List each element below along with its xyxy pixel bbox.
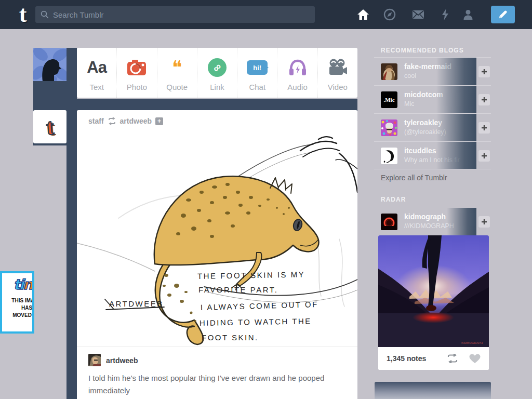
blog-avatar-tumblr[interactable]: t <box>33 110 66 143</box>
post-caption-text: I told him he's the most popular thing I… <box>88 372 338 397</box>
radar-blog-row[interactable]: kidmograph ///KIDMOGRAPH <box>374 208 491 236</box>
user-icon[interactable] <box>462 8 474 21</box>
quote-icon: ❝ <box>172 60 182 75</box>
dashboard-post: staff artdweeb + <box>77 110 357 399</box>
tinypic-moved-image[interactable]: tiny THIS IMAGE HAS MOVED OR <box>0 271 34 334</box>
tumblr-logo[interactable]: t <box>14 2 32 27</box>
blog-avatar: .Mic <box>381 91 397 108</box>
video-camera-icon <box>327 59 348 76</box>
post-type-text[interactable]: Aa Text <box>77 48 117 98</box>
drawing-caption-line: THE FOOT SKIN IS MY <box>197 270 305 281</box>
new-post-buttons: Aa Text Photo ❝ Quote ∞ Link hi <box>77 48 357 98</box>
chat-bubble-icon: hi! <box>247 60 268 75</box>
lightning-icon[interactable] <box>439 8 451 21</box>
source-blog-name[interactable]: artdweeb <box>120 117 152 125</box>
post-type-photo[interactable]: Photo <box>117 48 157 98</box>
blog-avatar-silhouette[interactable] <box>33 48 66 81</box>
caption-author-avatar[interactable] <box>88 354 101 366</box>
post-type-label: Chat <box>249 83 265 91</box>
post-type-chat[interactable]: hi! Chat <box>237 48 277 98</box>
compass-icon[interactable] <box>383 8 396 21</box>
text-icon: Aa <box>87 58 107 77</box>
plus-icon <box>481 153 487 159</box>
dashboard-background-strip <box>74 99 357 111</box>
tumblr-t-sticker: t <box>45 113 55 140</box>
plus-icon <box>481 125 487 131</box>
artist-signature: ARTDWEEB <box>109 299 164 308</box>
post-type-label: Audio <box>287 83 307 91</box>
follow-plus-icon[interactable]: + <box>155 117 163 125</box>
post-type-label: Link <box>210 83 224 91</box>
search-icon <box>41 10 49 19</box>
search-bar <box>35 6 315 23</box>
explore-tumblr-link[interactable]: Explore all of Tumblr <box>381 174 447 182</box>
post-type-label: Text <box>89 83 104 91</box>
row-fade-gradient <box>436 142 476 169</box>
reblogger-name[interactable]: staff <box>88 117 104 125</box>
mail-icon[interactable] <box>412 8 424 21</box>
radar-post-image[interactable]: KIDMOGRAPH <box>378 235 489 347</box>
ad-text-line: THIS IMAGE <box>2 297 34 304</box>
compose-post-button[interactable] <box>491 6 515 23</box>
post-type-audio[interactable]: Audio <box>277 48 317 98</box>
tumblr-dashboard: t <box>0 0 532 399</box>
row-fade-gradient <box>436 86 476 113</box>
caption-divider <box>77 347 357 347</box>
plus-icon <box>481 97 487 103</box>
recommended-blog-row[interactable]: .Mic micdotcom Mic <box>374 85 491 113</box>
blog-description: Mic <box>404 100 414 108</box>
follow-button[interactable] <box>478 216 490 228</box>
follow-button[interactable] <box>478 122 490 134</box>
blog-avatar <box>381 148 397 164</box>
search-input[interactable] <box>53 10 310 19</box>
post-type-link[interactable]: ∞ Link <box>197 48 237 98</box>
post-type-label: Video <box>328 83 348 91</box>
follow-button[interactable] <box>478 150 490 162</box>
recommended-blogs-title: RECOMMENDED BLOGS <box>381 47 491 54</box>
radar-title: RADAR <box>381 196 491 203</box>
drawing-caption-line: I ALWAYS COME OUT OF <box>201 300 318 312</box>
tinypic-logo: tiny <box>2 276 34 292</box>
next-radar-card-partial[interactable] <box>375 382 491 399</box>
caption-author-name[interactable]: artdweeb <box>106 356 138 365</box>
home-icon[interactable] <box>357 8 369 21</box>
blog-name: itcuddles <box>404 147 436 155</box>
recommended-blog-row[interactable]: fake-mermaid cool <box>374 57 491 85</box>
heart-icon[interactable] <box>469 354 481 364</box>
recommended-blog-row[interactable]: tyleroakley (@tyleroakley) <box>374 113 491 141</box>
camera-icon <box>127 59 147 76</box>
tinypic-content: tiny THIS IMAGE HAS MOVED OR <box>2 276 34 319</box>
plus-icon <box>481 69 487 75</box>
head-silhouette-icon <box>33 48 66 81</box>
notes-count: 1,345 notes <box>387 354 426 363</box>
pencil-icon <box>497 9 509 20</box>
row-fade-gradient <box>447 208 476 236</box>
radar-notes-bar: 1,345 notes <box>378 347 489 370</box>
post-type-label: Photo <box>127 83 147 91</box>
follow-button[interactable] <box>478 94 490 105</box>
blog-avatar <box>381 63 397 80</box>
ad-text-line: HAS <box>2 304 34 312</box>
reblog-icon[interactable] <box>446 354 459 363</box>
top-navbar: t <box>0 0 532 29</box>
reblog-icon <box>108 117 116 125</box>
row-fade-gradient <box>436 58 476 85</box>
follow-button[interactable] <box>478 66 490 77</box>
post-header: staff artdweeb + <box>88 117 163 125</box>
drawing-caption-line: FAVORITE PART. <box>198 285 278 294</box>
radar-post-card: KIDMOGRAPH 1,345 notes <box>378 235 489 370</box>
image-watermark: KIDMOGRAPH <box>461 341 483 344</box>
link-icon: ∞ <box>208 58 227 77</box>
blog-avatar <box>381 119 397 136</box>
ad-text-line: MOVED OR <box>2 312 34 319</box>
headphones-icon <box>288 59 307 76</box>
row-fade-gradient <box>436 114 476 141</box>
blog-name: kidmograph <box>404 212 446 221</box>
post-type-quote[interactable]: ❝ Quote <box>157 48 197 98</box>
plus-icon <box>481 219 487 225</box>
post-type-label: Quote <box>166 83 188 91</box>
post-image-gecko-drawing[interactable]: ARTDWEEB THE FOOT SKIN IS MY FAVORITE PA… <box>77 130 357 347</box>
post-type-video[interactable]: Video <box>318 48 357 98</box>
recommended-blog-row[interactable]: itcuddles Why am I not his fir <box>374 141 491 169</box>
drawing-caption-line: HIDING TO WATCH THE <box>200 316 312 327</box>
